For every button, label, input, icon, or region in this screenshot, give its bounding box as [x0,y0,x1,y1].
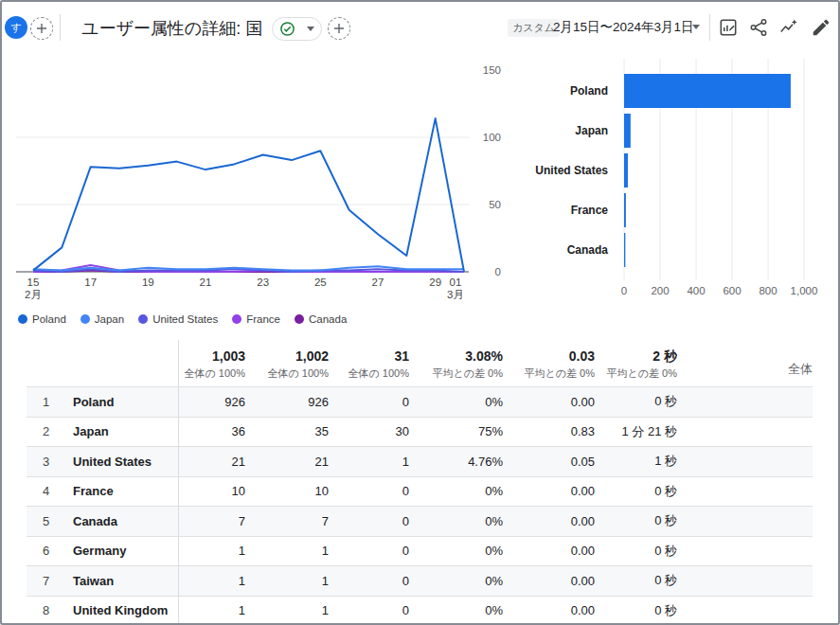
customize-report-button[interactable] [716,15,741,40]
table-row[interactable]: 8United Kingdom1100%0.000 秒 [27,596,813,625]
metric-value: 0.00 [503,566,595,596]
total-value: 31 [394,349,409,364]
svg-text:0: 0 [495,266,501,277]
svg-text:3月: 3月 [447,289,464,300]
metric-value: 30 [329,418,409,447]
metric-value: 0.00 [503,537,595,566]
metric-value [677,507,813,536]
row-number: 5 [27,507,68,536]
svg-text:19: 19 [142,277,154,288]
share-button[interactable] [746,15,771,40]
edit-button[interactable] [809,15,833,40]
avatar[interactable]: す [5,16,27,39]
customize-report-icon [718,17,739,38]
legend-dot-icon [80,314,90,324]
legend-dot-icon [232,314,241,324]
plus-icon [333,23,345,34]
metric-value: 0 秒 [595,597,677,625]
metric-value: 0 秒 [595,387,677,417]
table-totals-row: 1,003全体の 100%1,002全体の 100%31全体の 100%3.08… [27,340,813,386]
country-name: Japan [68,418,178,447]
country-name: Taiwan [68,566,178,596]
metric-value [677,447,813,476]
svg-text:800: 800 [759,285,777,296]
metric-value: 0 秒 [595,477,677,507]
metric-value: 0% [409,597,503,625]
metric-value [677,387,813,417]
metric-value: 0 [329,537,409,566]
table-row[interactable]: 3United States212114.76%0.051 秒 [27,446,813,476]
metric-value: 0.00 [503,597,595,625]
legend-label: United States [152,313,218,325]
country-name: United Kingdom [68,597,178,625]
row-number: 2 [27,418,68,447]
svg-text:23: 23 [257,277,269,288]
table-row[interactable]: 5Canada7700%0.000 秒 [27,506,813,536]
metric-value [677,477,813,507]
total-sublabel: 全体の 100% [185,366,245,380]
metric-value: 0.00 [503,477,595,507]
table-row[interactable]: 7Taiwan1100%0.000 秒 [27,565,813,596]
segment-status-pill[interactable] [272,17,322,41]
legend-label: Japan [95,313,124,325]
metric-value: 0% [409,507,503,536]
table-row[interactable]: 4France101000%0.000 秒 [27,476,813,507]
table-row[interactable]: 2Japan36353075%0.831 分 21 秒 [27,417,813,447]
check-circle-icon [279,21,295,37]
metric-value: 0 秒 [595,507,677,536]
country-name: Canada [68,507,178,536]
svg-text:France: France [571,204,609,217]
add-tab-button[interactable] [30,17,53,40]
insights-button[interactable] [777,15,801,40]
metric-value: 0.05 [503,447,595,476]
legend-dot-icon [18,314,27,324]
date-range-selector[interactable]: 2月15日〜2024年3月1日 [553,19,694,36]
chart-legend: PolandJapanUnited StatesFranceCanada [18,313,347,325]
metric-value: 35 [245,418,329,447]
chevron-down-icon [307,27,314,31]
metric-value: 0.00 [503,387,595,417]
table-column-divider [178,340,179,625]
legend-dot-icon [138,314,148,324]
metric-value: 1 [245,537,329,566]
legend-label: Canada [309,313,347,325]
metric-value: 0% [409,387,503,417]
total-sublabel: 全体の 100% [349,366,409,380]
column-total: 31全体の 100% [329,340,409,386]
row-number: 3 [27,447,68,476]
date-range-type-badge: カスタム [508,19,560,37]
row-number: 6 [27,537,68,566]
table-row[interactable]: 1Poland92692600%0.000 秒 [27,386,813,417]
legend-item: Japan [80,313,124,325]
analytics-report-window: す ユーザー属性の詳細: 国 カスタム 2月15日〜2024年3月1日 [0,0,840,625]
table-row[interactable]: 6Germany1100%0.000 秒 [27,536,813,566]
total-sublabel: 全体の 100% [268,366,329,380]
overall-label: 全体 [677,340,813,386]
total-value: 3.08% [465,349,503,364]
row-number: 8 [27,597,68,625]
country-name: Poland [68,387,178,417]
metric-value: 1 [178,537,245,566]
svg-text:17: 17 [84,277,97,288]
metric-value: 1 秒 [595,447,677,476]
metric-value: 1 [245,566,329,596]
chevron-down-icon[interactable] [692,25,700,29]
legend-item: Canada [295,313,347,325]
bar-chart: 02004006008001,000PolandJapanUnited Stat… [513,51,838,307]
metric-value: 10 [245,477,329,507]
legend-item: France [232,313,280,325]
legend-item: Poland [18,313,66,325]
row-number: 4 [27,477,68,507]
total-sublabel: 平均との差 0% [525,366,595,380]
insights-icon [778,17,799,38]
metric-value: 0 [329,566,409,596]
svg-text:25: 25 [314,277,327,288]
metric-value: 7 [178,507,245,536]
svg-text:0: 0 [621,285,627,296]
country-table: 1,003全体の 100%1,002全体の 100%31全体の 100%3.08… [27,340,813,625]
metric-value: 0% [409,477,503,507]
metric-value: 0 [329,507,409,536]
column-total: 1,003全体の 100% [178,340,245,386]
metric-value: 0.83 [503,418,595,447]
add-comparison-button[interactable] [328,17,350,40]
